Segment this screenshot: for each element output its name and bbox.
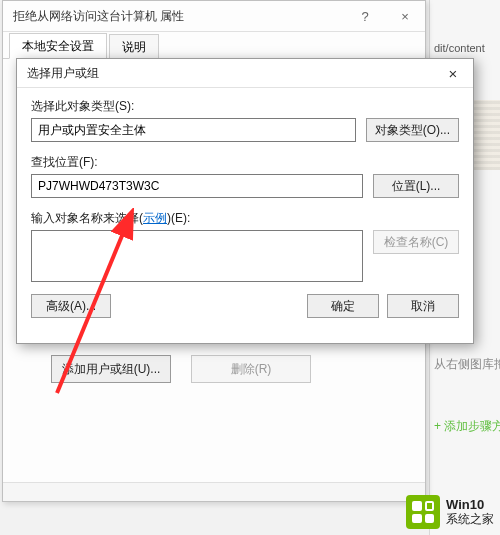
- close-button[interactable]: ×: [385, 1, 425, 31]
- location-label: 查找位置(F):: [31, 154, 459, 171]
- remove-button: 删除(R): [191, 355, 311, 383]
- properties-titlebar[interactable]: 拒绝从网络访问这台计算机 属性 ? ×: [3, 1, 425, 32]
- advanced-button[interactable]: 高级(A)...: [31, 294, 111, 318]
- cancel-button[interactable]: 取消: [387, 294, 459, 318]
- properties-tabs: 本地安全设置 说明: [3, 32, 425, 59]
- names-label: 输入对象名称来选择(示例)(E):: [31, 210, 459, 227]
- background-gray-1: 从右侧图库拖动图: [434, 356, 500, 373]
- check-names-button: 检查名称(C): [373, 230, 459, 254]
- watermark: Win10 系统之家: [406, 495, 494, 529]
- location-button[interactable]: 位置(L)...: [373, 174, 459, 198]
- properties-title: 拒绝从网络访问这台计算机 属性: [13, 8, 184, 25]
- location-field[interactable]: [31, 174, 363, 198]
- dialog-title: 选择用户或组: [27, 65, 99, 82]
- watermark-line2: 系统之家: [446, 513, 494, 526]
- object-type-label: 选择此对象类型(S):: [31, 98, 459, 115]
- watermark-line1: Win10: [446, 498, 494, 512]
- tab-local-security[interactable]: 本地安全设置: [9, 33, 107, 59]
- object-names-input[interactable]: [31, 230, 363, 282]
- help-button[interactable]: ?: [345, 1, 385, 31]
- dialog-close-button[interactable]: ×: [433, 59, 473, 87]
- background-url-fragment: dit/content: [430, 42, 500, 58]
- example-link[interactable]: 示例: [143, 211, 167, 225]
- ok-button[interactable]: 确定: [307, 294, 379, 318]
- tab-description[interactable]: 说明: [109, 34, 159, 59]
- object-type-button[interactable]: 对象类型(O)...: [366, 118, 459, 142]
- watermark-logo-icon: [406, 495, 440, 529]
- properties-bottom-bar: [3, 482, 425, 501]
- background-green-2: + 添加步骤方法: [434, 418, 500, 435]
- object-type-field[interactable]: [31, 118, 356, 142]
- select-user-group-dialog: 选择用户或组 × 选择此对象类型(S): 对象类型(O)... 查找位置(F):…: [16, 58, 474, 344]
- add-user-group-button[interactable]: 添加用户或组(U)...: [51, 355, 171, 383]
- dialog-titlebar[interactable]: 选择用户或组 ×: [17, 59, 473, 88]
